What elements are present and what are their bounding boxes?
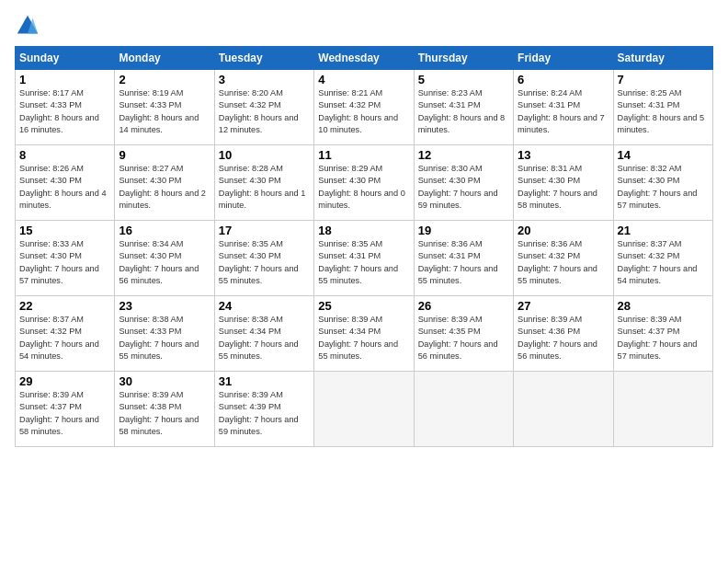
calendar-cell — [414, 372, 513, 447]
day-info: Sunrise: 8:39 AM Sunset: 4:36 PM Dayligh… — [518, 314, 609, 362]
calendar-cell: 18 Sunrise: 8:35 AM Sunset: 4:31 PM Dayl… — [314, 221, 414, 296]
calendar-cell: 2 Sunrise: 8:19 AM Sunset: 4:33 PM Dayli… — [115, 70, 214, 145]
daylight-label: Daylight: 7 hours and 56 minutes. — [119, 264, 199, 285]
daylight-label: Daylight: 7 hours and 59 minutes. — [219, 415, 299, 436]
day-info: Sunrise: 8:30 AM Sunset: 4:30 PM Dayligh… — [418, 163, 509, 212]
daylight-label: Daylight: 7 hours and 58 minutes. — [19, 415, 99, 436]
daylight-label: Daylight: 7 hours and 55 minutes. — [318, 264, 398, 285]
weekday-header-thursday: Thursday — [414, 47, 513, 70]
calendar-cell: 1 Sunrise: 8:17 AM Sunset: 4:33 PM Dayli… — [16, 70, 115, 145]
day-number: 22 — [19, 299, 110, 313]
calendar-week-3: 15 Sunrise: 8:33 AM Sunset: 4:30 PM Dayl… — [16, 221, 713, 296]
day-info: Sunrise: 8:33 AM Sunset: 4:30 PM Dayligh… — [19, 238, 110, 287]
sunrise-label: Sunrise: 8:28 AM — [219, 164, 283, 173]
calendar-cell: 29 Sunrise: 8:39 AM Sunset: 4:37 PM Dayl… — [16, 372, 115, 447]
day-number: 2 — [119, 73, 210, 86]
weekday-header-row: SundayMondayTuesdayWednesdayThursdayFrid… — [16, 47, 713, 70]
daylight-label: Daylight: 7 hours and 54 minutes. — [19, 339, 99, 361]
daylight-label: Daylight: 7 hours and 58 minutes. — [119, 415, 199, 436]
day-number: 11 — [318, 148, 409, 162]
sunset-label: Sunset: 4:32 PM — [318, 100, 381, 109]
sunrise-label: Sunrise: 8:38 AM — [119, 315, 183, 324]
sunset-label: Sunset: 4:30 PM — [518, 176, 580, 185]
sunrise-label: Sunrise: 8:17 AM — [19, 88, 84, 98]
sunset-label: Sunset: 4:30 PM — [219, 251, 281, 260]
sunset-label: Sunset: 4:30 PM — [618, 176, 680, 185]
day-info: Sunrise: 8:26 AM Sunset: 4:30 PM Dayligh… — [19, 163, 110, 212]
sunrise-label: Sunrise: 8:23 AM — [418, 88, 483, 98]
calendar-week-1: 1 Sunrise: 8:17 AM Sunset: 4:33 PM Dayli… — [16, 70, 713, 145]
day-number: 19 — [418, 224, 509, 237]
day-info: Sunrise: 8:39 AM Sunset: 4:37 PM Dayligh… — [19, 389, 110, 438]
calendar-cell — [613, 372, 712, 447]
sunset-label: Sunset: 4:31 PM — [418, 100, 481, 109]
calendar-cell: 6 Sunrise: 8:24 AM Sunset: 4:31 PM Dayli… — [514, 70, 613, 145]
sunset-label: Sunset: 4:31 PM — [618, 100, 680, 109]
day-number: 29 — [19, 374, 110, 388]
sunrise-label: Sunrise: 8:37 AM — [618, 239, 682, 248]
sunrise-label: Sunrise: 8:35 AM — [318, 239, 382, 248]
day-number: 17 — [219, 224, 310, 237]
sunrise-label: Sunrise: 8:24 AM — [518, 88, 582, 98]
day-number: 31 — [219, 374, 310, 388]
daylight-label: Daylight: 7 hours and 55 minutes. — [518, 264, 597, 285]
calendar-cell: 22 Sunrise: 8:37 AM Sunset: 4:32 PM Dayl… — [16, 296, 115, 372]
calendar-cell: 30 Sunrise: 8:39 AM Sunset: 4:38 PM Dayl… — [115, 372, 214, 447]
sunrise-label: Sunrise: 8:29 AM — [318, 164, 382, 173]
daylight-label: Daylight: 8 hours and 5 minutes. — [618, 113, 705, 134]
daylight-label: Daylight: 8 hours and 10 minutes. — [318, 113, 398, 134]
daylight-label: Daylight: 7 hours and 55 minutes. — [119, 339, 199, 361]
weekday-header-saturday: Saturday — [613, 47, 712, 70]
day-info: Sunrise: 8:39 AM Sunset: 4:38 PM Dayligh… — [119, 389, 210, 438]
day-info: Sunrise: 8:39 AM Sunset: 4:37 PM Dayligh… — [618, 314, 709, 362]
sunrise-label: Sunrise: 8:39 AM — [19, 390, 84, 399]
calendar-cell: 3 Sunrise: 8:20 AM Sunset: 4:32 PM Dayli… — [214, 70, 313, 145]
day-info: Sunrise: 8:32 AM Sunset: 4:30 PM Dayligh… — [618, 163, 709, 212]
calendar-cell: 23 Sunrise: 8:38 AM Sunset: 4:33 PM Dayl… — [115, 296, 214, 372]
day-number: 3 — [219, 73, 310, 86]
weekday-header-wednesday: Wednesday — [314, 47, 414, 70]
day-info: Sunrise: 8:39 AM Sunset: 4:39 PM Dayligh… — [219, 389, 310, 438]
sunrise-label: Sunrise: 8:36 AM — [418, 239, 483, 248]
day-info: Sunrise: 8:19 AM Sunset: 4:33 PM Dayligh… — [119, 87, 210, 136]
daylight-label: Daylight: 8 hours and 7 minutes. — [518, 113, 605, 134]
day-number: 20 — [518, 224, 609, 237]
calendar-cell: 20 Sunrise: 8:36 AM Sunset: 4:32 PM Dayl… — [514, 221, 613, 296]
day-number: 25 — [318, 299, 409, 313]
day-number: 12 — [418, 148, 509, 162]
daylight-label: Daylight: 8 hours and 16 minutes. — [19, 113, 99, 134]
day-number: 9 — [119, 148, 210, 162]
sunrise-label: Sunrise: 8:37 AM — [19, 315, 84, 324]
daylight-label: Daylight: 7 hours and 58 minutes. — [518, 189, 597, 210]
day-info: Sunrise: 8:36 AM Sunset: 4:31 PM Dayligh… — [418, 238, 509, 287]
sunset-label: Sunset: 4:32 PM — [219, 100, 281, 109]
day-info: Sunrise: 8:36 AM Sunset: 4:32 PM Dayligh… — [518, 238, 609, 287]
day-info: Sunrise: 8:24 AM Sunset: 4:31 PM Dayligh… — [518, 87, 609, 136]
calendar-cell: 10 Sunrise: 8:28 AM Sunset: 4:30 PM Dayl… — [214, 145, 313, 221]
day-number: 23 — [119, 299, 210, 313]
daylight-label: Daylight: 7 hours and 56 minutes. — [418, 339, 498, 361]
day-info: Sunrise: 8:27 AM Sunset: 4:30 PM Dayligh… — [119, 163, 210, 212]
day-number: 6 — [518, 73, 609, 86]
header — [15, 13, 713, 39]
calendar-cell: 12 Sunrise: 8:30 AM Sunset: 4:30 PM Dayl… — [414, 145, 513, 221]
sunset-label: Sunset: 4:31 PM — [518, 100, 580, 109]
calendar-cell: 24 Sunrise: 8:38 AM Sunset: 4:34 PM Dayl… — [214, 296, 313, 372]
sunset-label: Sunset: 4:32 PM — [19, 327, 82, 336]
day-number: 30 — [119, 374, 210, 388]
logo-icon — [15, 13, 40, 39]
sunrise-label: Sunrise: 8:39 AM — [318, 315, 382, 324]
sunrise-label: Sunrise: 8:20 AM — [219, 88, 283, 98]
day-number: 13 — [518, 148, 609, 162]
calendar-week-5: 29 Sunrise: 8:39 AM Sunset: 4:37 PM Dayl… — [16, 372, 713, 447]
daylight-label: Daylight: 7 hours and 55 minutes. — [318, 339, 398, 361]
sunrise-label: Sunrise: 8:39 AM — [418, 315, 483, 324]
day-info: Sunrise: 8:28 AM Sunset: 4:30 PM Dayligh… — [219, 163, 310, 212]
daylight-label: Daylight: 7 hours and 57 minutes. — [618, 189, 698, 210]
sunrise-label: Sunrise: 8:39 AM — [618, 315, 682, 324]
day-info: Sunrise: 8:29 AM Sunset: 4:30 PM Dayligh… — [318, 163, 409, 212]
day-info: Sunrise: 8:21 AM Sunset: 4:32 PM Dayligh… — [318, 87, 409, 136]
sunset-label: Sunset: 4:31 PM — [418, 251, 481, 260]
calendar-cell: 5 Sunrise: 8:23 AM Sunset: 4:31 PM Dayli… — [414, 70, 513, 145]
day-info: Sunrise: 8:35 AM Sunset: 4:30 PM Dayligh… — [219, 238, 310, 287]
